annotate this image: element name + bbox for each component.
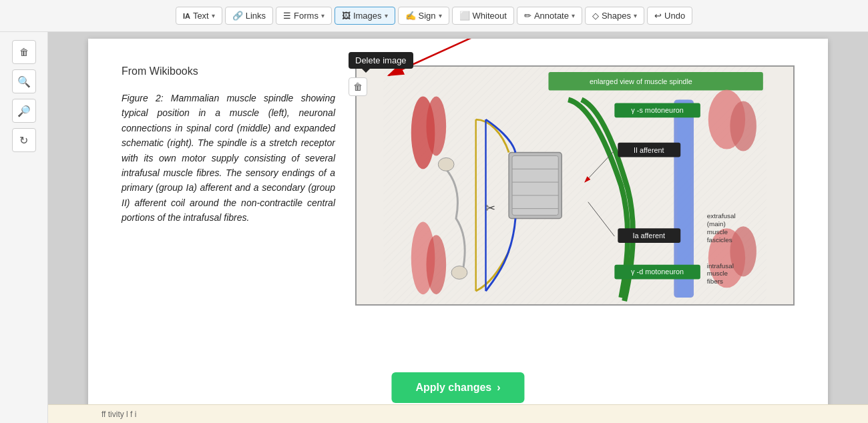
annotate-icon: ✏ bbox=[524, 11, 531, 21]
sidebar-refresh-icon: ↻ bbox=[19, 134, 28, 147]
annotate-dropdown-arrow: ▾ bbox=[572, 12, 575, 19]
svg-point-14 bbox=[427, 235, 447, 294]
delete-tooltip: Delete image bbox=[349, 52, 413, 69]
svg-text:Ia afferent: Ia afferent bbox=[632, 232, 665, 240]
from-wikibooks-title: From Wikibooks bbox=[122, 65, 335, 77]
bottom-strip: ff tivity l f i bbox=[48, 404, 868, 423]
svg-text:✂: ✂ bbox=[486, 201, 496, 215]
svg-point-12 bbox=[427, 97, 447, 156]
images-dropdown-arrow: ▾ bbox=[385, 12, 388, 19]
svg-rect-18 bbox=[512, 156, 558, 216]
svg-point-15 bbox=[438, 157, 454, 171]
apply-changes-arrow: › bbox=[497, 382, 500, 394]
doc-content: From Wikibooks Figure 2: Mammalian muscl… bbox=[122, 65, 795, 306]
svg-text:muscle: muscle bbox=[707, 270, 728, 277]
sidebar-zoom-out-button[interactable]: 🔎 bbox=[12, 99, 36, 123]
left-sidebar: 🗑 🔍 🔎 ↻ bbox=[0, 32, 48, 423]
image-column: Delete image 🗑 bbox=[355, 65, 795, 306]
svg-text:II afferent: II afferent bbox=[634, 146, 664, 154]
annotate-label: Annotate bbox=[534, 11, 569, 21]
svg-point-28 bbox=[730, 226, 756, 276]
forms-dropdown-arrow: ▾ bbox=[321, 12, 324, 19]
forms-button[interactable]: ☰ Forms ▾ bbox=[276, 7, 332, 25]
svg-text:fibers: fibers bbox=[707, 278, 723, 285]
sign-icon: ✍ bbox=[405, 11, 416, 21]
text-dropdown-arrow: ▾ bbox=[212, 12, 215, 19]
apply-changes-button[interactable]: Apply changes › bbox=[391, 372, 524, 403]
images-icon: 🖼 bbox=[342, 11, 351, 21]
forms-icon: ☰ bbox=[283, 11, 291, 21]
sidebar-zoom-out-icon: 🔎 bbox=[17, 105, 31, 117]
text-button[interactable]: IA Text ▾ bbox=[176, 7, 222, 25]
images-button[interactable]: 🖼 Images ▾ bbox=[335, 7, 395, 25]
svg-text:extrafusal: extrafusal bbox=[707, 212, 736, 220]
whiteout-button[interactable]: ⬜ Whiteout bbox=[452, 7, 514, 25]
document-page: From Wikibooks Figure 2: Mammalian muscl… bbox=[88, 39, 828, 423]
sign-button[interactable]: ✍ Sign ▾ bbox=[398, 7, 449, 25]
svg-text:muscle: muscle bbox=[707, 228, 728, 236]
shapes-label: Shapes bbox=[602, 11, 631, 21]
whiteout-label: Whiteout bbox=[473, 11, 507, 21]
toolbar: IA Text ▾ 🔗 Links ☰ Forms ▾ 🖼 Images ▾ ✍… bbox=[0, 0, 868, 32]
links-button[interactable]: 🔗 Links bbox=[225, 7, 273, 25]
undo-icon: ↩ bbox=[654, 11, 662, 21]
svg-point-26 bbox=[730, 101, 756, 151]
sidebar-refresh-button[interactable]: ↻ bbox=[12, 128, 36, 152]
undo-label: Undo bbox=[664, 11, 685, 21]
svg-point-16 bbox=[451, 266, 467, 280]
text-column: From Wikibooks Figure 2: Mammalian muscl… bbox=[122, 65, 335, 226]
images-label: Images bbox=[353, 11, 382, 21]
svg-text:enlarged view of muscle spindl: enlarged view of muscle spindle bbox=[590, 77, 692, 85]
apply-changes-label: Apply changes bbox=[415, 382, 491, 394]
forms-label: Forms bbox=[294, 11, 318, 21]
sidebar-delete-icon: 🗑 bbox=[19, 47, 29, 57]
spindle-diagram: enlarged view of muscle spindle bbox=[355, 65, 795, 306]
sidebar-delete-button[interactable]: 🗑 bbox=[12, 40, 36, 64]
figure-caption: Figure 2: Mammalian muscle spindle showi… bbox=[122, 91, 335, 226]
delete-image-button[interactable]: 🗑 bbox=[349, 77, 367, 96]
svg-text:(main): (main) bbox=[707, 220, 726, 228]
shapes-dropdown-arrow: ▾ bbox=[634, 12, 637, 19]
svg-text:γ -s motoneuron: γ -s motoneuron bbox=[631, 106, 683, 114]
svg-text:γ -d motoneuron: γ -d motoneuron bbox=[631, 268, 684, 276]
svg-text:fascicles: fascicles bbox=[707, 236, 732, 244]
shapes-button[interactable]: ◇ Shapes ▾ bbox=[585, 7, 644, 25]
sign-label: Sign bbox=[419, 11, 436, 21]
annotate-button[interactable]: ✏ Annotate ▾ bbox=[517, 7, 582, 25]
bottom-strip-text: ff tivity l f i bbox=[101, 410, 136, 419]
svg-text:intrafusal: intrafusal bbox=[707, 262, 734, 270]
sign-dropdown-arrow: ▾ bbox=[439, 12, 442, 19]
shapes-icon: ◇ bbox=[592, 11, 599, 21]
undo-button[interactable]: ↩ Undo bbox=[647, 7, 692, 25]
content-area: From Wikibooks Figure 2: Mammalian muscl… bbox=[48, 32, 868, 423]
text-label: Text bbox=[193, 11, 209, 21]
sidebar-zoom-in-button[interactable]: 🔍 bbox=[12, 69, 36, 93]
links-icon: 🔗 bbox=[232, 11, 243, 21]
cursor-icon: IA bbox=[183, 12, 190, 20]
sidebar-zoom-in-icon: 🔍 bbox=[17, 75, 31, 88]
whiteout-icon: ⬜ bbox=[459, 11, 470, 21]
links-label: Links bbox=[246, 11, 266, 21]
delete-image-icon: 🗑 bbox=[353, 81, 363, 92]
